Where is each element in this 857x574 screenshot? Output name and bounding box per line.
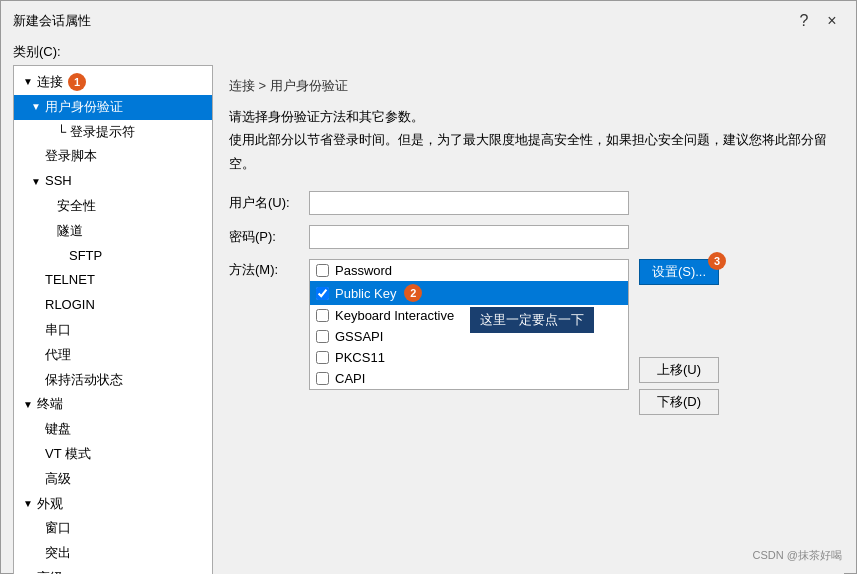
method-list-container: Password Public Key 2 这里一定要点一下 — [309, 259, 629, 415]
tree-label-proxy: 代理 — [45, 345, 71, 366]
tree-item-login-script[interactable]: 登录脚本 — [14, 144, 212, 169]
setup-button-label: 设置(S)... — [652, 263, 706, 281]
tree-label-tunnel: 隧道 — [57, 221, 83, 242]
tree-item-rlogin[interactable]: RLOGIN — [14, 293, 212, 318]
password-row: 密码(P): — [229, 225, 828, 249]
tree-label-keepalive: 保持活动状态 — [45, 370, 123, 391]
tree-label-vt-mode: VT 模式 — [45, 444, 91, 465]
method-item-capi[interactable]: CAPI — [310, 368, 628, 389]
method-label-pkcs11: PKCS11 — [335, 350, 385, 365]
tree-label-serial: 串口 — [45, 320, 71, 341]
method-item-public-key[interactable]: Public Key 2 这里一定要点一下 — [310, 281, 628, 305]
checkbox-password[interactable] — [316, 264, 329, 277]
checkbox-public-key[interactable] — [316, 287, 329, 300]
tree-item-highlight[interactable]: 突出 — [14, 541, 212, 566]
tree-item-ssh[interactable]: ▼ SSH — [14, 169, 212, 194]
tree-item-advanced2[interactable]: ▼ 高级 — [14, 566, 212, 574]
badge-1: 1 — [68, 73, 86, 91]
checkbox-pkcs11[interactable] — [316, 351, 329, 364]
tooltip-box: 这里一定要点一下 — [470, 307, 594, 333]
tree-label-user-auth: 用户身份验证 — [45, 97, 123, 118]
expand-icon-terminal: ▼ — [22, 397, 34, 413]
tree-label-security: 安全性 — [57, 196, 96, 217]
username-label: 用户名(U): — [229, 194, 309, 212]
tree-item-keepalive[interactable]: 保持活动状态 — [14, 368, 212, 393]
tree-label-keyboard: 键盘 — [45, 419, 71, 440]
dialog-title: 新建会话属性 — [13, 12, 91, 30]
expand-icon-user-auth: ▼ — [30, 99, 42, 115]
setup-button[interactable]: 设置(S)... 3 — [639, 259, 719, 285]
main-content: ▼ 连接 1 ▼ 用户身份验证 └ 登录提示符 登录脚本 ▼ S — [1, 65, 856, 574]
tree-label-prompt: └ 登录提示符 — [57, 122, 135, 143]
tree-label-appearance: 外观 — [37, 494, 63, 515]
expand-icon-advanced2: ▼ — [22, 570, 34, 574]
title-bar: 新建会话属性 ? × — [1, 1, 856, 39]
breadcrumb: 连接 > 用户身份验证 — [229, 77, 828, 95]
tree-panel: ▼ 连接 1 ▼ 用户身份验证 └ 登录提示符 登录脚本 ▼ S — [13, 65, 213, 574]
help-button[interactable]: ? — [792, 9, 816, 33]
checkbox-keyboard-interactive[interactable] — [316, 309, 329, 322]
title-bar-buttons: ? × — [792, 9, 844, 33]
tree-item-tunnel[interactable]: 隧道 — [14, 219, 212, 244]
tree-label-advanced2: 高级 — [37, 568, 63, 574]
tree-item-terminal[interactable]: ▼ 终端 — [14, 392, 212, 417]
tree-item-serial[interactable]: 串口 — [14, 318, 212, 343]
tree-label-window: 窗口 — [45, 518, 71, 539]
tree-label-rlogin: RLOGIN — [45, 295, 95, 316]
checkbox-gssapi[interactable] — [316, 330, 329, 343]
tree-label-ssh: SSH — [45, 171, 72, 192]
expand-icon-ssh: ▼ — [30, 174, 42, 190]
tree-item-advanced-terminal[interactable]: 高级 — [14, 467, 212, 492]
category-label: 类别(C): — [1, 39, 856, 65]
password-input[interactable] — [309, 225, 629, 249]
description: 请选择身份验证方法和其它参数。 使用此部分以节省登录时间。但是，为了最大限度地提… — [229, 105, 828, 175]
move-up-button[interactable]: 上移(U) — [639, 357, 719, 383]
close-button[interactable]: × — [820, 9, 844, 33]
dialog: 新建会话属性 ? × 类别(C): ▼ 连接 1 ▼ 用户身份验证 └ 登录 — [0, 0, 857, 574]
tree-label-terminal: 终端 — [37, 394, 63, 415]
watermark: CSDN @抹茶好喝 — [753, 548, 842, 563]
method-label-capi: CAPI — [335, 371, 365, 386]
tree-item-sftp[interactable]: SFTP — [14, 244, 212, 269]
method-item-pkcs11[interactable]: PKCS11 — [310, 347, 628, 368]
tree-label-highlight: 突出 — [45, 543, 71, 564]
move-down-button[interactable]: 下移(D) — [639, 389, 719, 415]
tree-label-telnet: TELNET — [45, 270, 95, 291]
tree-item-proxy[interactable]: 代理 — [14, 343, 212, 368]
tree-item-prompt[interactable]: └ 登录提示符 — [14, 120, 212, 145]
method-list: Password Public Key 2 这里一定要点一下 — [309, 259, 629, 390]
badge-2: 2 — [404, 284, 422, 302]
username-row: 用户名(U): — [229, 191, 828, 215]
tree-item-security[interactable]: 安全性 — [14, 194, 212, 219]
tree-item-conn[interactable]: ▼ 连接 1 — [14, 70, 212, 95]
method-label-public-key: Public Key — [335, 286, 396, 301]
method-label-keyboard-interactive: Keyboard Interactive — [335, 308, 454, 323]
username-input[interactable] — [309, 191, 629, 215]
desc1: 请选择身份验证方法和其它参数。 — [229, 105, 828, 128]
expand-icon-conn: ▼ — [22, 74, 34, 90]
right-buttons: 设置(S)... 3 上移(U) 下移(D) — [639, 259, 719, 415]
tree-item-window[interactable]: 窗口 — [14, 516, 212, 541]
tree-item-vt-mode[interactable]: VT 模式 — [14, 442, 212, 467]
tree-item-keyboard[interactable]: 键盘 — [14, 417, 212, 442]
password-label: 密码(P): — [229, 228, 309, 246]
tree-label-sftp: SFTP — [69, 246, 102, 267]
tree-item-appearance[interactable]: ▼ 外观 — [14, 492, 212, 517]
content-panel: 连接 > 用户身份验证 请选择身份验证方法和其它参数。 使用此部分以节省登录时间… — [213, 65, 844, 574]
method-label-password: Password — [335, 263, 392, 278]
tree-label-advanced-terminal: 高级 — [45, 469, 71, 490]
expand-icon-appearance: ▼ — [22, 496, 34, 512]
badge-3: 3 — [708, 252, 726, 270]
method-label-gssapi: GSSAPI — [335, 329, 383, 344]
method-label: 方法(M): — [229, 259, 309, 279]
desc2: 使用此部分以节省登录时间。但是，为了最大限度地提高安全性，如果担心安全问题，建议… — [229, 128, 828, 175]
tree-label-conn: 连接 — [37, 72, 63, 93]
method-row: 方法(M): Password Public Key — [229, 259, 828, 415]
tree-item-telnet[interactable]: TELNET — [14, 268, 212, 293]
method-item-password[interactable]: Password — [310, 260, 628, 281]
tree-item-user-auth[interactable]: ▼ 用户身份验证 — [14, 95, 212, 120]
tree-label-login-script: 登录脚本 — [45, 146, 97, 167]
checkbox-capi[interactable] — [316, 372, 329, 385]
method-and-btns: Password Public Key 2 这里一定要点一下 — [309, 259, 719, 415]
